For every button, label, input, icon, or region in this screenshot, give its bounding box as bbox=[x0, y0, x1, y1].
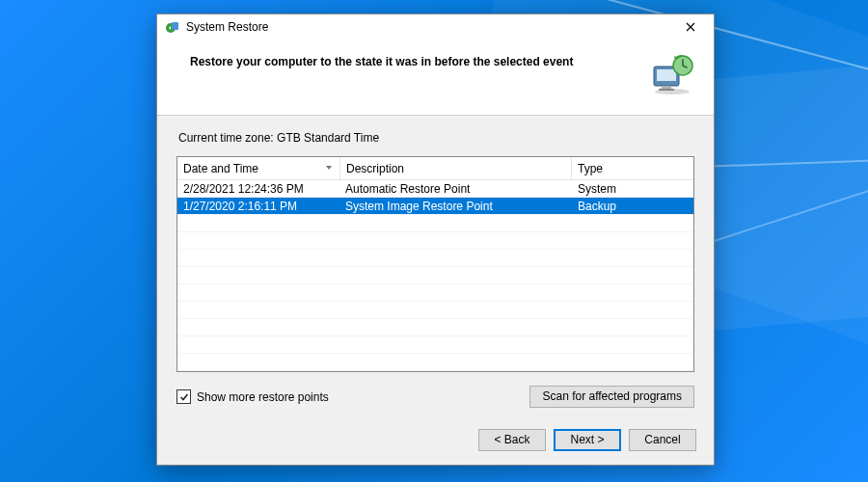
show-more-checkbox[interactable]: Show more restore points bbox=[176, 389, 329, 404]
next-button[interactable]: Next > bbox=[554, 429, 621, 451]
table-row bbox=[177, 250, 693, 267]
scan-affected-button[interactable]: Scan for affected programs bbox=[529, 386, 694, 408]
table-row bbox=[177, 267, 693, 284]
restore-point-illustration-icon bbox=[650, 53, 694, 95]
close-button[interactable] bbox=[671, 15, 710, 39]
close-icon bbox=[686, 22, 695, 32]
svg-rect-5 bbox=[662, 86, 671, 89]
cell-desc: System Image Restore Point bbox=[339, 200, 572, 213]
cancel-button[interactable]: Cancel bbox=[629, 429, 696, 451]
cell-desc: Automatic Restore Point bbox=[339, 182, 572, 196]
titlebar: System Restore bbox=[157, 14, 714, 40]
window-title: System Restore bbox=[186, 20, 671, 34]
dialog-body: Current time zone: GTB Standard Time Dat… bbox=[157, 116, 714, 419]
system-restore-dialog: System Restore Restore your computer to … bbox=[156, 13, 715, 466]
back-button[interactable]: < Back bbox=[478, 429, 546, 451]
timezone-label: Current time zone: GTB Standard Time bbox=[178, 131, 694, 145]
table-row bbox=[177, 354, 693, 371]
table-row bbox=[177, 302, 693, 319]
table-row[interactable]: 1/27/2020 2:16:11 PMSystem Image Restore… bbox=[177, 198, 693, 215]
table-header: Date and Time Description Type bbox=[177, 157, 693, 180]
system-restore-icon bbox=[165, 19, 180, 35]
table-row[interactable]: 2/28/2021 12:24:36 PMAutomatic Restore P… bbox=[177, 180, 693, 198]
column-header-description[interactable]: Description bbox=[340, 157, 572, 179]
column-header-type[interactable]: Type bbox=[572, 157, 693, 179]
table-row bbox=[177, 284, 693, 302]
dialog-header: Restore your computer to the state it wa… bbox=[157, 40, 714, 116]
restore-points-table: Date and Time Description Type 2/28/2021… bbox=[176, 156, 694, 372]
cell-type: System bbox=[572, 182, 693, 196]
checkbox-box bbox=[176, 389, 191, 404]
header-heading: Restore your computer to the state it wa… bbox=[190, 53, 640, 68]
below-table-row: Show more restore points Scan for affect… bbox=[176, 386, 694, 408]
column-header-date[interactable]: Date and Time bbox=[177, 157, 340, 179]
cell-date: 1/27/2020 2:16:11 PM bbox=[177, 200, 339, 213]
table-body: 2/28/2021 12:24:36 PMAutomatic Restore P… bbox=[177, 180, 693, 371]
cell-date: 2/28/2021 12:24:36 PM bbox=[177, 182, 339, 196]
table-row bbox=[177, 336, 693, 354]
svg-rect-6 bbox=[659, 89, 674, 91]
show-more-label: Show more restore points bbox=[197, 390, 329, 404]
checkmark-icon bbox=[179, 392, 189, 402]
table-row bbox=[177, 319, 693, 336]
dialog-footer: < Back Next > Cancel bbox=[157, 419, 714, 465]
table-row bbox=[177, 232, 693, 250]
table-row bbox=[177, 215, 693, 232]
svg-rect-1 bbox=[172, 22, 178, 30]
svg-rect-4 bbox=[657, 69, 676, 81]
cell-type: Backup bbox=[572, 200, 693, 213]
